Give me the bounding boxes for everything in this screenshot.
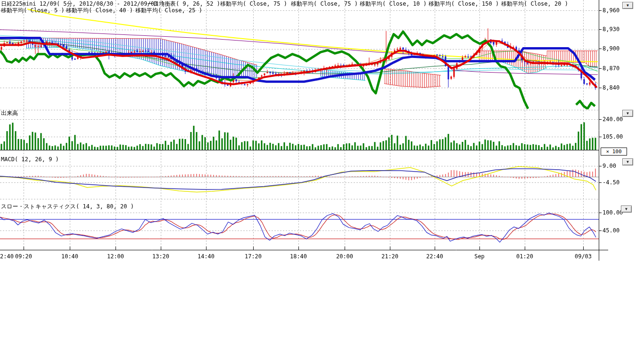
chevron-down-icon: ▼ [627, 112, 629, 115]
time-axis-label: 18:40 [290, 253, 307, 260]
time-axis-label: 10:40 [61, 253, 78, 260]
legend-ma-75a: 移動平均( Close, 75 ) [220, 1, 287, 7]
trading-chart-window: 日経225mini 12/09( 5分, 2012/08/30 - 2012/0… [0, 0, 644, 362]
legend-ichimoku: 一目均衡表( 9, 26, 52 ) [148, 1, 220, 7]
macd-axis-label: 9.00 [603, 163, 616, 169]
macd-axis-label: -4.50 [603, 180, 619, 185]
volume-axis-label: 240.00 [603, 116, 623, 122]
price-axis-label: 8,960 [603, 8, 619, 13]
time-axis-label: 21:20 [381, 253, 398, 260]
legend-ma-20: 移動平均( Close, 20 ) [501, 1, 568, 7]
chevron-down-icon: ▼ [627, 4, 629, 8]
chart-title: 日経225mini 12/09( 5分, 2012/08/30 - 2012/0… [1, 1, 165, 7]
time-axis-label: 01:20 [516, 253, 533, 260]
chevron-down-icon: ▼ [627, 160, 629, 164]
legend-ma-40: 移動平均( Close, 40 ) [66, 8, 133, 14]
price-axis-label: 8,840 [603, 85, 619, 90]
time-axis-label: 13:20 [152, 253, 169, 260]
stoch-axis-label: 100.00 [603, 210, 623, 215]
stoch-scale-dropdown-button[interactable]: ▼ [621, 206, 632, 213]
macd-panel-label: MACD( 12, 26, 9 ) [1, 156, 59, 163]
time-axis-label: Sep [474, 253, 485, 260]
time-axis-label: 09:20 [15, 253, 32, 260]
volume-axis-label: 105.00 [603, 134, 623, 140]
volume-scale-dropdown-button[interactable]: ▼ [622, 110, 633, 117]
legend-ma-10: 移動平均( Close, 10 ) [360, 1, 427, 7]
legend-ma-150: 移動平均( Close, 150 ) [429, 1, 499, 7]
legend-ma-5: 移動平均( Close, 5 ) [1, 8, 65, 14]
time-axis-label: 22:40 [426, 253, 443, 260]
time-axis-label: 2:40 [0, 253, 14, 260]
chart-canvas[interactable] [0, 0, 644, 362]
price-axis-label: 8,900 [603, 46, 619, 51]
macd-scale-dropdown-button[interactable]: ▼ [622, 158, 633, 165]
legend-ma-25: 移動平均( Close, 25 ) [135, 8, 202, 14]
volume-multiplier-badge: × 100 [601, 148, 627, 156]
price-axis-label: 8,930 [603, 26, 619, 32]
volume-panel-label: 出来高 [1, 110, 18, 116]
price-scale-dropdown-button[interactable]: ▼ [622, 2, 633, 9]
stoch-axis-label: 45.00 [603, 228, 619, 233]
time-axis-label: 17:20 [245, 253, 262, 260]
time-axis-label: 14:40 [198, 253, 215, 260]
time-axis-label: 09/03 [575, 253, 592, 260]
time-axis-label: 20:00 [336, 253, 353, 260]
time-axis-label: 12:00 [107, 253, 124, 260]
chevron-down-icon: ▼ [625, 207, 627, 211]
price-axis-label: 8,870 [603, 66, 619, 71]
legend-ma-75b: 移動平均( Close, 75 ) [291, 1, 358, 7]
stoch-panel-label: スロー・ストキャスティクス( 14, 3, 80, 20 ) [1, 204, 134, 210]
